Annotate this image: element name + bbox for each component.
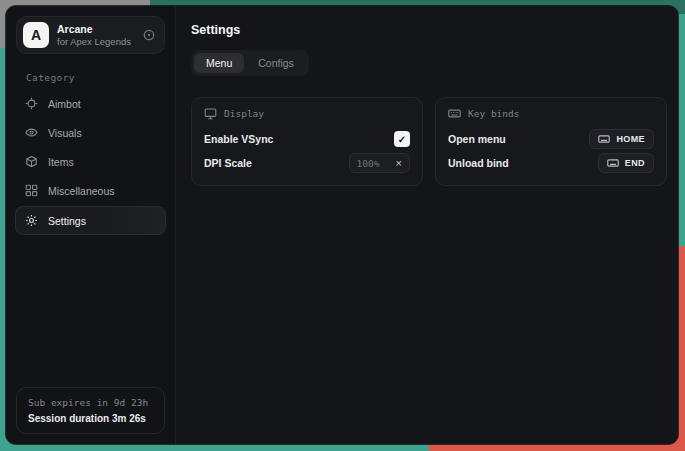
tab-menu[interactable]: Menu	[194, 53, 244, 73]
clear-icon[interactable]: ×	[396, 158, 402, 169]
setting-row-open-menu: Open menu HOME	[448, 127, 654, 151]
session-duration-text: Session duration 3m 26s	[28, 413, 153, 424]
sidebar-item-label: Visuals	[48, 127, 82, 139]
keyboard-icon	[448, 107, 461, 120]
monitor-icon	[204, 107, 217, 120]
sidebar-item-label: Aimbot	[48, 98, 81, 110]
app-window: A Arcane for Apex Legends Category	[6, 6, 678, 444]
dpi-scale-input[interactable]	[357, 158, 389, 169]
settings-cards: Display Enable VSync ✓ DPI Scale ×	[191, 97, 667, 186]
sidebar-item-label: Items	[48, 156, 74, 168]
check-icon: ✓	[398, 134, 406, 145]
keyboard-icon	[598, 133, 610, 145]
tab-bar: Menu Configs	[191, 50, 309, 76]
setting-row-dpi: DPI Scale ×	[204, 151, 410, 175]
desktop-background: A Arcane for Apex Legends Category	[0, 0, 685, 451]
setting-row-vsync: Enable VSync ✓	[204, 127, 410, 151]
app-subtitle: for Apex Legends	[57, 36, 134, 48]
main-panel: Settings Menu Configs Display	[176, 6, 678, 444]
open-menu-keybind[interactable]: HOME	[589, 129, 654, 149]
sidebar-item-aimbot[interactable]: Aimbot	[15, 90, 166, 117]
sidebar-item-miscellaneous[interactable]: Miscellaneous	[15, 177, 166, 204]
card-title: Key binds	[468, 108, 519, 119]
sidebar-item-label: Miscellaneous	[48, 185, 115, 197]
page-title: Settings	[191, 23, 667, 37]
unload-keybind[interactable]: END	[598, 153, 654, 173]
dpi-scale-field: ×	[349, 153, 410, 173]
setting-row-unload-bind: Unload bind END	[448, 151, 654, 175]
sidebar-item-settings[interactable]: Settings	[15, 206, 166, 235]
sidebar-item-items[interactable]: Items	[15, 148, 166, 175]
sub-expiry-text: Sub expires in 9d 23h	[28, 397, 153, 408]
tab-configs[interactable]: Configs	[246, 53, 306, 73]
card-title: Display	[224, 108, 264, 119]
app-title: Arcane	[57, 23, 134, 36]
box-icon	[25, 155, 38, 168]
subscription-card: Sub expires in 9d 23h Session duration 3…	[16, 387, 165, 434]
crosshair-icon	[25, 97, 38, 110]
app-logo: A	[23, 22, 49, 48]
eye-icon	[25, 126, 38, 139]
sidebar-item-label: Settings	[48, 215, 86, 227]
sidebar-nav: Aimbot Visuals Ite	[6, 90, 175, 235]
brand-card: A Arcane for Apex Legends	[16, 16, 165, 54]
sidebar-item-visuals[interactable]: Visuals	[15, 119, 166, 146]
category-label: Category	[26, 72, 175, 83]
sidebar: A Arcane for Apex Legends Category	[6, 6, 176, 444]
keyboard-icon	[607, 157, 619, 169]
grid-icon	[25, 184, 38, 197]
target-icon[interactable]	[142, 28, 156, 42]
vsync-checkbox[interactable]: ✓	[394, 131, 410, 147]
display-card: Display Enable VSync ✓ DPI Scale ×	[191, 97, 423, 186]
keybinds-card: Key binds Open menu HOME	[435, 97, 667, 186]
gear-icon	[25, 214, 38, 227]
